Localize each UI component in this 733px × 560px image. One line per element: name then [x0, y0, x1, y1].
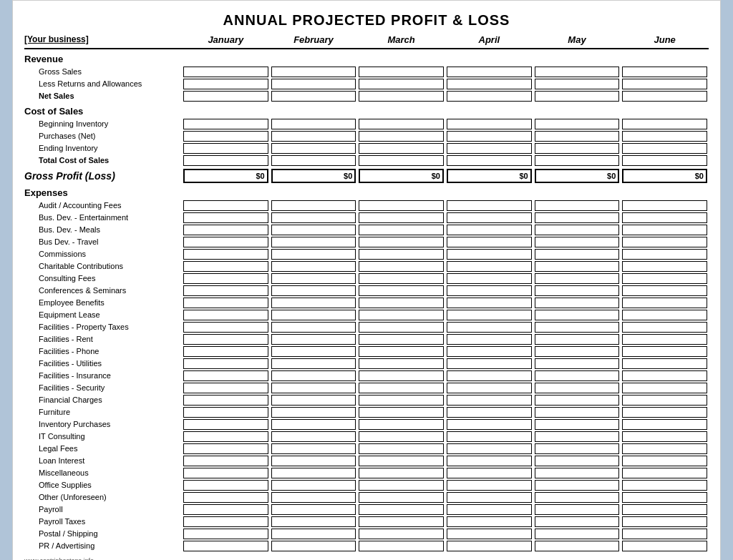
cell[interactable]: [183, 91, 268, 102]
cell[interactable]: [359, 322, 444, 333]
cell[interactable]: [622, 541, 707, 551]
gross-profit-apr[interactable]: $0: [447, 169, 532, 183]
cell[interactable]: [183, 285, 268, 296]
cell[interactable]: [183, 419, 268, 430]
cell[interactable]: [622, 119, 707, 129]
cell[interactable]: [359, 131, 444, 142]
cell[interactable]: [271, 310, 356, 320]
cell[interactable]: [622, 346, 707, 357]
cell[interactable]: [535, 383, 620, 393]
cell[interactable]: [535, 358, 620, 369]
cell[interactable]: [271, 383, 356, 393]
cell[interactable]: [622, 419, 707, 430]
cell[interactable]: [359, 91, 444, 102]
cell[interactable]: [183, 131, 268, 142]
cell[interactable]: [622, 212, 707, 223]
cell[interactable]: [183, 504, 268, 515]
cell[interactable]: [183, 212, 268, 223]
cell[interactable]: [622, 407, 707, 418]
cell[interactable]: [359, 529, 444, 539]
cell[interactable]: [359, 358, 444, 369]
cell[interactable]: [447, 529, 532, 539]
cell[interactable]: [535, 492, 620, 503]
gross-profit-mar[interactable]: $0: [359, 169, 444, 183]
cell[interactable]: [183, 143, 268, 154]
cell[interactable]: [447, 456, 532, 466]
cell[interactable]: [447, 155, 532, 166]
cell[interactable]: [447, 334, 532, 345]
cell[interactable]: [622, 443, 707, 454]
cell[interactable]: [622, 370, 707, 381]
cell[interactable]: [622, 131, 707, 142]
cell[interactable]: [622, 155, 707, 166]
cell[interactable]: [535, 346, 620, 357]
cell[interactable]: [271, 504, 356, 515]
cell[interactable]: [271, 334, 356, 345]
cell[interactable]: [271, 79, 356, 89]
gross-profit-feb[interactable]: $0: [271, 169, 356, 183]
cell[interactable]: [447, 322, 532, 333]
cell[interactable]: [183, 298, 268, 308]
cell[interactable]: [447, 261, 532, 272]
cell[interactable]: [359, 419, 444, 430]
cell[interactable]: [271, 480, 356, 491]
cell[interactable]: [183, 468, 268, 478]
cell[interactable]: [271, 370, 356, 381]
cell[interactable]: [271, 298, 356, 308]
cell[interactable]: [622, 468, 707, 478]
cell[interactable]: [359, 298, 444, 308]
cell[interactable]: [359, 541, 444, 551]
cell[interactable]: [447, 67, 532, 77]
cell[interactable]: [535, 468, 620, 478]
cell[interactable]: [535, 298, 620, 308]
cell[interactable]: [535, 212, 620, 223]
cell[interactable]: [359, 407, 444, 418]
cell[interactable]: [359, 504, 444, 515]
gross-profit-jun[interactable]: $0: [622, 169, 707, 183]
cell[interactable]: [447, 504, 532, 515]
cell[interactable]: [183, 79, 268, 89]
cell[interactable]: [183, 310, 268, 320]
cell[interactable]: [359, 480, 444, 491]
cell[interactable]: [447, 443, 532, 454]
cell[interactable]: [622, 225, 707, 235]
cell[interactable]: [271, 516, 356, 527]
cell[interactable]: [271, 237, 356, 247]
cell[interactable]: [447, 395, 532, 406]
cell[interactable]: [447, 200, 532, 211]
cell[interactable]: [535, 407, 620, 418]
cell[interactable]: [535, 273, 620, 284]
cell[interactable]: [535, 443, 620, 454]
cell[interactable]: [183, 273, 268, 284]
cell[interactable]: [622, 261, 707, 272]
cell[interactable]: [359, 334, 444, 345]
cell[interactable]: [447, 346, 532, 357]
cell[interactable]: [271, 273, 356, 284]
cell[interactable]: [183, 155, 268, 166]
cell[interactable]: [183, 225, 268, 235]
cell[interactable]: [622, 67, 707, 77]
cell[interactable]: [359, 431, 444, 442]
cell[interactable]: [535, 285, 620, 296]
cell[interactable]: [183, 119, 268, 129]
cell[interactable]: [271, 225, 356, 235]
cell[interactable]: [535, 480, 620, 491]
cell[interactable]: [535, 310, 620, 320]
cell[interactable]: [359, 119, 444, 129]
cell[interactable]: [447, 541, 532, 551]
cell[interactable]: [622, 334, 707, 345]
cell[interactable]: [622, 480, 707, 491]
cell[interactable]: [622, 285, 707, 296]
cell[interactable]: [271, 119, 356, 129]
cell[interactable]: [535, 504, 620, 515]
cell[interactable]: [183, 346, 268, 357]
cell[interactable]: [183, 358, 268, 369]
cell[interactable]: [359, 273, 444, 284]
cell[interactable]: [447, 273, 532, 284]
cell[interactable]: [271, 407, 356, 418]
cell[interactable]: [271, 541, 356, 551]
cell[interactable]: [447, 480, 532, 491]
cell[interactable]: [183, 529, 268, 539]
cell[interactable]: [535, 155, 620, 166]
cell[interactable]: [183, 322, 268, 333]
